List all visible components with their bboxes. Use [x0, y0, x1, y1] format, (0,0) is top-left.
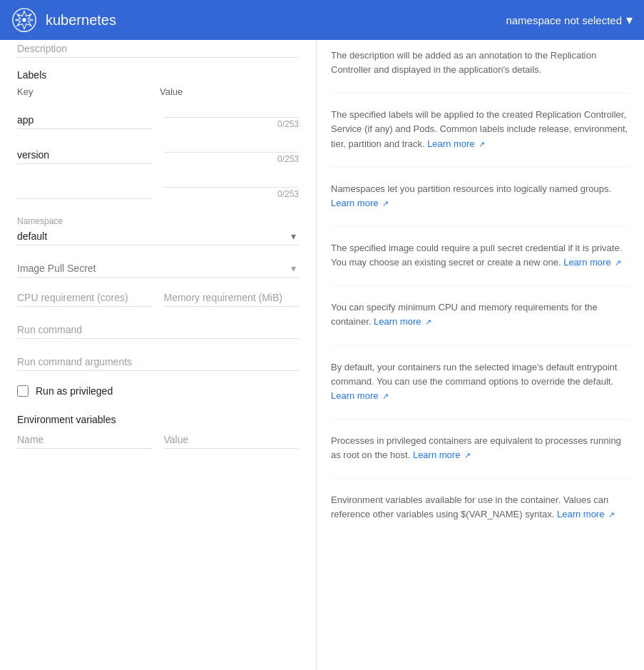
main-content: Labels Key Value 0/253 — [0, 40, 644, 670]
right-image-pull-section: The specified image could require a pull… — [331, 241, 630, 286]
labels-external-icon: ↗ — [479, 138, 485, 151]
cpu-input[interactable] — [17, 289, 153, 307]
label-row-1: 0/253 — [17, 100, 299, 132]
label-key-group-2 — [17, 146, 153, 164]
privileged-external-icon: ↗ — [464, 450, 471, 462]
run-as-privileged-checkbox[interactable] — [17, 385, 29, 397]
right-labels-section: The specified labels will be applied to … — [331, 108, 630, 167]
label-value-input-2[interactable] — [164, 135, 299, 153]
env-vars-section: Environment variables — [17, 414, 299, 449]
env-var-row — [17, 431, 299, 449]
image-pull-help-text: The specified image could require a pull… — [331, 241, 630, 270]
description-group — [17, 40, 299, 58]
labels-header: Labels — [17, 69, 299, 81]
image-pull-group: ▾ — [17, 260, 299, 278]
namespace-learn-more-link[interactable]: Learn more ↗ — [331, 198, 389, 208]
run-command-help-text: By default, your containers run the sele… — [331, 360, 630, 403]
label-key-group-1 — [17, 111, 153, 129]
labels-learn-more-link[interactable]: Learn more ↗ — [427, 138, 485, 149]
kubernetes-logo-icon — [11, 7, 37, 33]
labels-section: Labels Key Value 0/253 — [17, 69, 299, 202]
namespace-chevron-icon: ▾ — [626, 12, 633, 28]
memory-group — [164, 289, 300, 307]
namespace-help-text: Namespaces let you partition resources i… — [331, 182, 630, 210]
env-value-input[interactable] — [164, 431, 300, 449]
labels-help-text: The specified labels will be applied to … — [331, 108, 630, 151]
namespace-field-label: Namespace — [17, 216, 299, 226]
label-value-group-2: 0/253 — [164, 135, 299, 164]
right-panel: The description will be added as an anno… — [317, 40, 644, 670]
run-as-privileged-row: Run as privileged — [17, 385, 299, 397]
run-command-external-icon: ↗ — [382, 390, 389, 402]
namespace-group: Namespace default kube-system kube-publi… — [17, 216, 299, 245]
env-vars-help-text: Environment variables available for use … — [331, 493, 630, 522]
svg-point-2 — [22, 18, 26, 21]
col-key-label: Key — [17, 86, 160, 97]
run-command-learn-more-link[interactable]: Learn more ↗ — [331, 390, 389, 401]
label-row-3: 0/253 — [17, 170, 299, 202]
run-command-args-group — [17, 353, 299, 371]
memory-input[interactable] — [164, 289, 300, 307]
label-value-group-1: 0/253 — [164, 100, 299, 129]
description-help-text: The description will be added as an anno… — [331, 49, 630, 77]
privileged-help-text: Processes in privileged containers are e… — [331, 434, 630, 462]
env-name-group — [17, 431, 153, 449]
header: kubernetes namespace not selected ▾ — [0, 0, 644, 40]
label-value-input-3[interactable] — [164, 170, 299, 188]
image-pull-external-icon: ↗ — [615, 257, 621, 269]
label-key-input-3[interactable] — [17, 181, 153, 199]
right-description-section: The description will be added as an anno… — [331, 49, 630, 93]
run-command-input[interactable] — [17, 321, 299, 339]
right-env-vars-section: Environment variables available for use … — [331, 493, 630, 537]
namespace-label: namespace not selected — [506, 14, 622, 26]
label-key-input-1[interactable] — [17, 111, 153, 129]
namespace-select-wrapper: default kube-system kube-public ▾ — [17, 228, 299, 245]
header-left: kubernetes — [11, 7, 116, 33]
run-command-group — [17, 321, 299, 339]
resource-row — [17, 289, 299, 307]
env-vars-header: Environment variables — [17, 414, 299, 425]
env-vars-learn-more-link[interactable]: Learn more ↗ — [557, 509, 615, 519]
left-panel: Labels Key Value 0/253 — [0, 40, 317, 670]
namespace-select[interactable]: default kube-system kube-public — [17, 228, 299, 245]
run-as-privileged-label: Run as privileged — [36, 385, 113, 397]
right-privileged-section: Processes in privileged containers are e… — [331, 434, 630, 479]
label-char-count-2: 0/253 — [164, 154, 299, 164]
app-title: kubernetes — [46, 12, 116, 29]
env-vars-external-icon: ↗ — [608, 509, 615, 521]
right-cpu-memory-section: You can specify minimum CPU and memory r… — [331, 300, 630, 345]
label-char-count-1: 0/253 — [164, 119, 299, 129]
run-command-args-input[interactable] — [17, 353, 299, 371]
label-row-2: 0/253 — [17, 135, 299, 167]
cpu-memory-external-icon: ↗ — [425, 316, 431, 328]
cpu-memory-learn-more-link[interactable]: Learn more ↗ — [374, 316, 431, 327]
image-pull-input[interactable] — [17, 260, 299, 277]
env-name-input[interactable] — [17, 431, 153, 449]
right-namespace-section: Namespaces let you partition resources i… — [331, 182, 630, 227]
privileged-learn-more-link[interactable]: Learn more ↗ — [413, 450, 471, 460]
label-key-input-2[interactable] — [17, 146, 153, 164]
label-value-group-3: 0/253 — [164, 170, 299, 199]
label-value-input-1[interactable] — [164, 100, 299, 118]
label-char-count-3: 0/253 — [164, 189, 299, 199]
namespace-selector[interactable]: namespace not selected ▾ — [506, 12, 633, 28]
right-run-command-section: By default, your containers run the sele… — [331, 360, 630, 420]
label-key-group-3 — [17, 181, 153, 199]
labels-columns: Key Value — [17, 86, 299, 97]
namespace-external-icon: ↗ — [382, 198, 389, 210]
env-value-group — [164, 431, 300, 449]
description-input[interactable] — [17, 40, 299, 58]
col-value-label: Value — [160, 86, 299, 97]
cpu-group — [17, 289, 153, 307]
cpu-memory-help-text: You can specify minimum CPU and memory r… — [331, 300, 630, 329]
image-pull-learn-more-link[interactable]: Learn more ↗ — [563, 257, 621, 268]
